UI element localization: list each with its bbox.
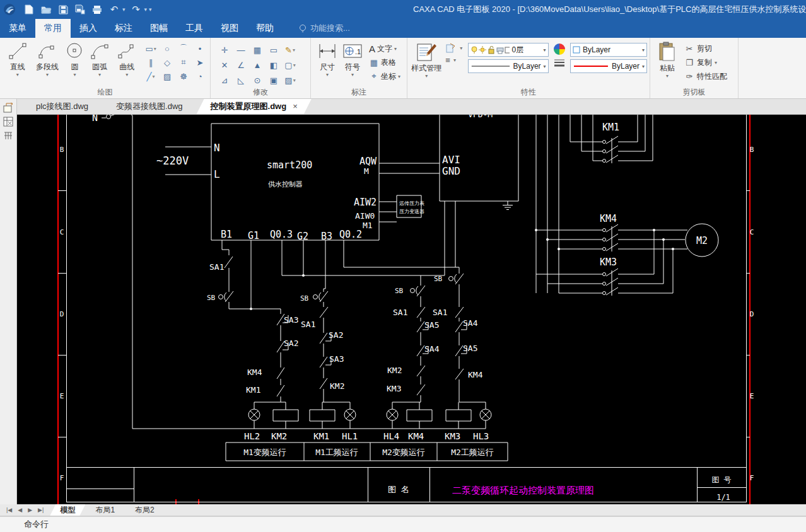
polyline-button[interactable]: 多段线 ▾ xyxy=(31,40,63,78)
style-manager-dropdown-icon[interactable]: ▾ xyxy=(425,74,428,79)
menu-tab-changyong[interactable]: 常用 xyxy=(35,19,71,38)
spline-button[interactable]: 曲线 ▾ xyxy=(114,40,141,78)
wave-line-icon[interactable]: ⌒ xyxy=(176,42,191,55)
undo-icon[interactable]: ↶ xyxy=(108,3,120,16)
open-file-icon[interactable] xyxy=(40,3,52,16)
paste-dropdown-icon[interactable]: ▾ xyxy=(666,74,669,79)
arc-dropdown-icon[interactable]: ▾ xyxy=(98,72,101,78)
cad-text: SA1 xyxy=(209,262,224,272)
new-file-icon[interactable] xyxy=(23,3,35,16)
lineweight-combo[interactable]: ByLayer ▾ xyxy=(570,59,647,73)
save-icon[interactable] xyxy=(57,3,69,16)
match-properties-label: 特性匹配 xyxy=(697,71,727,82)
centerline-icon[interactable]: ╱▾ xyxy=(143,69,158,83)
line-dropdown-icon[interactable]: ▾ xyxy=(16,72,19,78)
function-search[interactable]: 功能搜索... xyxy=(299,19,350,38)
paste-button[interactable]: 粘贴 ▾ xyxy=(654,40,680,79)
arc-button-label: 圆弧 xyxy=(92,62,107,72)
properties-panel-icon[interactable] xyxy=(3,102,14,113)
sheet-tab-model[interactable]: 模型 xyxy=(50,504,85,516)
menu-tab-charu[interactable]: 插入 xyxy=(71,19,106,38)
copy-button[interactable]: ❐ 复制 ▾ xyxy=(684,57,727,69)
mirror-icon[interactable]: ▲ xyxy=(250,58,265,72)
cad-text: F xyxy=(750,474,754,482)
customize-quick-access-icon[interactable]: ▾ xyxy=(149,6,152,13)
dimension-button[interactable]: 尺寸 ▾ xyxy=(315,40,340,78)
tools-panel-icon[interactable] xyxy=(3,130,14,141)
first-sheet-icon[interactable]: |◀ xyxy=(6,507,12,513)
rectangle-icon[interactable]: ▭▾ xyxy=(143,42,158,55)
menu-tab-biaozhu[interactable]: 标注 xyxy=(106,19,141,38)
circle-dropdown-icon[interactable]: ▾ xyxy=(73,72,76,78)
flange-icon[interactable]: ⌗ xyxy=(176,55,191,69)
doc-tab-bianpinqi[interactable]: 变频器接线图.dwg xyxy=(102,99,196,114)
layer-convert-button[interactable]: ▾ xyxy=(445,43,464,53)
chamfer-icon[interactable]: ◺ xyxy=(233,73,248,87)
hatch-edit-icon[interactable]: ▨▾ xyxy=(283,73,298,87)
menu-tab-bangzhu[interactable]: 帮助 xyxy=(247,19,283,38)
library-panel-icon[interactable] xyxy=(3,116,14,127)
next-sheet-icon[interactable]: ▶ xyxy=(28,507,32,513)
leader-icon[interactable]: ➤ xyxy=(192,55,207,69)
coordinate-button-label: 坐标 xyxy=(381,71,396,82)
undo-dropdown-icon[interactable]: ▾ xyxy=(122,6,126,13)
group-label-modify: 修改 xyxy=(211,87,310,98)
gear-icon[interactable]: ☸ xyxy=(176,69,191,83)
array-icon[interactable]: ▦ xyxy=(250,43,265,57)
menu-tab-tufu[interactable]: 图幅 xyxy=(141,19,177,38)
color-wheel-icon[interactable] xyxy=(553,43,566,55)
stretch-icon[interactable]: ▭ xyxy=(266,43,281,57)
color-combo[interactable]: ByLayer ▾ xyxy=(570,43,647,57)
menu-tab-shitu[interactable]: 视图 xyxy=(212,19,247,38)
hatch-icon[interactable]: ▨ xyxy=(160,69,175,83)
sheet-tab-layout1[interactable]: 布局1 xyxy=(85,504,125,516)
circle-button[interactable]: 圆 ▾ xyxy=(64,40,86,78)
redo-icon[interactable]: ↷ xyxy=(130,3,143,16)
cut-button[interactable]: ✂ 剪切 xyxy=(684,43,727,55)
text-button[interactable]: A 文字 ▾ xyxy=(369,42,400,55)
symbol-button[interactable]: .1 符号 ▾ xyxy=(340,40,365,78)
text-arc-icon[interactable]: ◔ xyxy=(192,69,207,83)
rounded-rect-icon[interactable]: ◇ xyxy=(160,55,175,69)
move-icon[interactable]: ✛ xyxy=(217,43,232,57)
layer-combo[interactable]: 0层 ▾ xyxy=(468,43,549,57)
doc-tab-kongzhizhuangzhi[interactable]: 控制装置原理图.dwg× xyxy=(197,99,312,114)
coordinate-button[interactable]: ⌖ 坐标 ▾ xyxy=(369,70,400,83)
linetype-tool-button[interactable]: ≡ ▾ xyxy=(445,55,464,65)
redo-dropdown-icon[interactable]: ▾ xyxy=(144,6,148,13)
corner-icon[interactable]: ◧ xyxy=(266,58,281,72)
lineweight-tool-icon[interactable] xyxy=(554,58,565,67)
spline-dropdown-icon[interactable]: ▾ xyxy=(126,72,128,78)
drawing-canvas[interactable]: N~220VNLsmart200供水控制器AQWMAIW2AIW0M1B1G1Q… xyxy=(17,115,806,504)
print-icon[interactable] xyxy=(91,3,103,16)
parallel-line-icon[interactable]: ∥ xyxy=(143,55,158,69)
linetype-combo[interactable]: ByLayer ▾ xyxy=(468,59,549,73)
menu-tab-gongju[interactable]: 工具 xyxy=(177,19,212,38)
match-properties-button[interactable]: ✑ 特性匹配 xyxy=(684,71,727,83)
sheet-tab-layout2[interactable]: 布局2 xyxy=(125,504,165,516)
polyline-dropdown-icon[interactable]: ▾ xyxy=(46,72,49,78)
edit-icon[interactable]: ✎▾ xyxy=(283,43,298,57)
symbol-dropdown-icon[interactable]: ▾ xyxy=(351,72,354,78)
explode-icon[interactable]: ▣ xyxy=(266,73,281,87)
save-as-icon[interactable] xyxy=(74,3,86,16)
erase-icon[interactable]: ✕ xyxy=(217,58,232,72)
ellipse-icon[interactable]: ○ xyxy=(160,42,175,55)
last-sheet-icon[interactable]: ▶| xyxy=(38,507,44,513)
dimension-dropdown-icon[interactable]: ▾ xyxy=(326,72,329,78)
table-button[interactable]: ▦ 表格 xyxy=(369,56,400,69)
arc-button[interactable]: 圆弧 ▾ xyxy=(86,40,113,78)
style-manager-button[interactable]: 样式管理 ▾ xyxy=(411,40,441,79)
menu-tab-caidan[interactable]: 菜单 xyxy=(0,19,35,38)
trim-icon[interactable]: — xyxy=(233,43,248,57)
point-icon[interactable]: • xyxy=(192,42,207,55)
close-tab-icon[interactable]: × xyxy=(293,101,298,111)
line-button[interactable]: 直线 ▾ xyxy=(4,40,31,78)
box-edit-icon[interactable]: ▢▾ xyxy=(283,58,298,72)
prev-sheet-icon[interactable]: ◀ xyxy=(18,507,22,513)
doc-tab-plc[interactable]: plc接线图.dwg xyxy=(22,99,102,114)
scale-icon[interactable]: ⊿ xyxy=(217,73,232,87)
rotate-icon[interactable]: ⊙ xyxy=(250,73,265,87)
command-bar[interactable]: 命令行 xyxy=(0,516,806,532)
break-icon[interactable]: ∠ xyxy=(233,58,248,72)
